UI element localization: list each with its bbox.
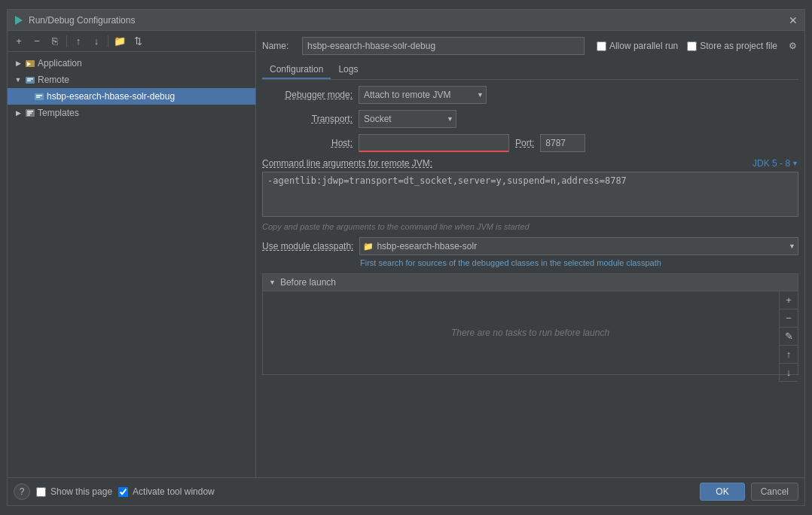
store-as-project-wrap[interactable]: Store as project file [687,41,777,51]
tab-configuration[interactable]: Configuration [262,61,331,79]
templates-icon [25,108,35,118]
host-label: Host: [262,138,353,148]
remote-icon [25,75,35,85]
dialog-title: Run/Debug Configurations [29,15,788,26]
cmd-args-hint: Copy and paste the arguments to the comm… [262,222,798,231]
transport-label: Transport: [262,114,353,124]
host-input[interactable] [359,134,509,152]
toolbar-separator-2 [108,35,108,47]
tree-item-hsbp-debug[interactable]: hsbp-esearch-hbase-solr-debug [8,88,255,105]
allow-parallel-wrap[interactable]: Allow parallel run [597,41,678,51]
expand-arrow-remote: ▼ [14,75,23,84]
show-page-checkbox[interactable] [36,487,46,497]
templates-label: Templates [38,108,79,118]
left-panel: + − ⎘ ↑ ↓ 📁 ⇅ ▶ [8,31,256,477]
main-content: + − ⎘ ↑ ↓ 📁 ⇅ ▶ [8,31,804,477]
title-bar: Run/Debug Configurations ✕ [8,10,804,31]
remove-config-button[interactable]: − [29,33,45,50]
tab-logs[interactable]: Logs [331,61,365,79]
tree-item-templates[interactable]: ▶ Templates [8,105,255,121]
bl-remove-button[interactable]: − [780,309,798,328]
debugger-mode-select[interactable]: Attach to remote JVM Listen to remote JV… [359,86,487,104]
store-as-project-checkbox[interactable] [687,41,697,51]
allow-parallel-label: Allow parallel run [609,41,678,51]
add-config-button[interactable]: + [11,33,27,50]
right-panel: Name: Allow parallel run Store as projec… [256,31,804,477]
copy-config-button[interactable]: ⎘ [47,33,63,50]
debugger-mode-select-wrap: Attach to remote JVM Listen to remote JV… [359,86,487,104]
remote-label: Remote [38,75,69,85]
help-button[interactable]: ? [14,483,30,500]
expand-arrow-templates: ▶ [14,108,23,117]
application-icon [25,58,35,69]
store-as-project-label: Store as project file [700,41,777,51]
cmd-section: Command line arguments for remote JVM: J… [262,158,798,231]
show-page-label: Show this page [50,486,112,497]
activate-tool-label: Activate tool window [133,486,215,497]
svg-rect-10 [27,111,33,112]
hsbp-config-icon [34,91,44,102]
transport-select-wrap: Socket Shared memory ▼ [359,110,456,128]
host-port-row: Host: Port: [262,134,798,152]
svg-rect-7 [36,95,42,96]
show-page-wrap[interactable]: Show this page [36,486,112,497]
jdk-link[interactable]: JDK 5 - 8 ▼ [752,158,798,169]
module-row: Use module classpath: 📁 hsbp-esearch-hba… [262,237,798,255]
svg-rect-8 [36,97,40,99]
before-launch-arrow-icon: ▼ [269,279,276,286]
activate-tool-wrap[interactable]: Activate tool window [118,486,215,497]
config-tree: ▶ Application ▼ [8,52,255,477]
module-select[interactable]: hsbp-esearch-hbase-solr [359,237,798,255]
before-launch-title: Before launch [280,277,336,288]
allow-parallel-checkbox[interactable] [597,41,606,51]
bottom-bar: ? Show this page Activate tool window OK… [8,477,804,505]
cmd-header: Command line arguments for remote JVM: J… [262,158,798,169]
transport-row: Transport: Socket Shared memory ▼ [262,110,798,128]
port-label: Port: [515,138,534,148]
activate-tool-checkbox[interactable] [118,487,128,497]
cancel-button[interactable]: Cancel [751,483,798,501]
ok-button[interactable]: OK [700,483,744,501]
sort-button[interactable]: ⇅ [130,33,146,50]
bottom-left: ? Show this page Activate tool window [14,483,215,500]
svg-rect-11 [27,113,32,114]
bl-add-button[interactable]: + [780,291,798,309]
tree-item-remote[interactable]: ▼ Remote [8,72,255,88]
expand-arrow-application: ▶ [14,59,23,68]
module-classpath-hint: First search for sources of the debugged… [360,258,798,267]
bottom-right: OK Cancel [700,483,798,501]
config-toolbar: + − ⎘ ↑ ↓ 📁 ⇅ [8,31,255,52]
module-select-wrap: 📁 hsbp-esearch-hbase-solr ▼ [359,237,798,255]
before-launch-empty-text: There are no tasks to run before launch [451,328,609,338]
svg-rect-5 [27,81,31,82]
move-down-button[interactable]: ↓ [88,33,105,50]
move-up-button[interactable]: ↑ [70,33,87,50]
port-input[interactable] [540,134,585,152]
store-settings-button[interactable]: ⚙ [786,40,798,52]
name-options: Allow parallel run Store as project file… [597,40,798,52]
bl-up-button[interactable]: ↑ [780,346,798,364]
close-button[interactable]: ✕ [788,15,798,26]
config-panel: Debugger mode: Attach to remote JVM List… [262,86,798,471]
before-launch-toolbar: + − ✎ ↑ ↓ [779,291,798,382]
jdk-link-text: JDK 5 - 8 [752,158,790,169]
tree-item-application[interactable]: ▶ Application [8,55,255,72]
before-launch-section: ▼ Before launch There are no tasks to ru… [262,273,798,375]
jdk-dropdown-icon: ▼ [792,160,798,167]
folder-button[interactable]: 📁 [111,33,128,50]
before-launch-header[interactable]: ▼ Before launch [263,274,798,291]
bl-down-button[interactable]: ↓ [780,364,798,382]
transport-select[interactable]: Socket Shared memory [359,110,456,128]
toolbar-separator [66,35,67,47]
cmd-args-textarea[interactable]: -agentlib:jdwp=transport=dt_socket,serve… [262,172,798,217]
application-label: Application [38,58,82,69]
dialog-icon [14,15,24,26]
svg-rect-12 [27,114,30,116]
run-debug-dialog: Run/Debug Configurations ✕ + − ⎘ ↑ ↓ 📁 ⇅… [7,9,805,506]
name-label: Name: [262,41,296,51]
bl-edit-button[interactable]: ✎ [780,328,798,346]
name-input[interactable] [302,37,585,55]
hsbp-debug-label: hsbp-esearch-hbase-solr-debug [47,91,175,102]
debugger-mode-label: Debugger mode: [262,90,353,100]
cmd-args-label: Command line arguments for remote JVM: [262,158,432,169]
